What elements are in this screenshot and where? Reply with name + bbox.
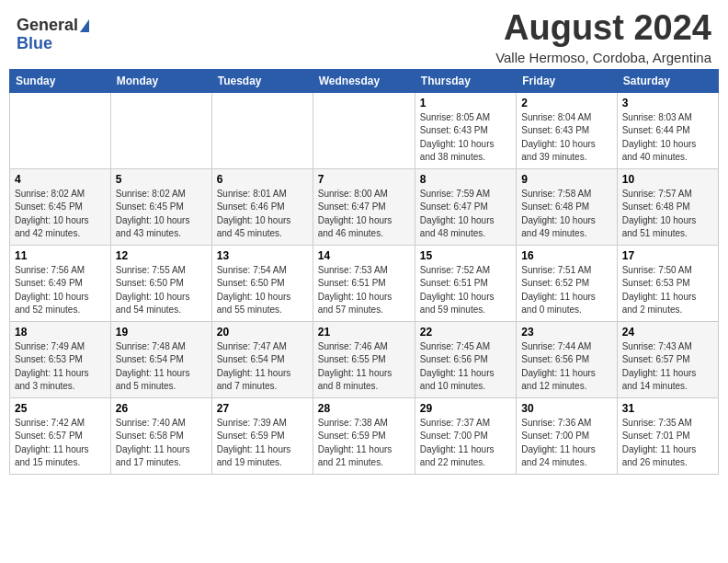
calendar-cell: 28Sunrise: 7:38 AMSunset: 6:59 PMDayligh… <box>313 397 415 474</box>
day-header-wednesday: Wednesday <box>313 69 415 92</box>
day-number: 28 <box>318 402 410 415</box>
day-info: Sunrise: 7:58 AMSunset: 6:48 PMDaylight:… <box>521 188 611 241</box>
day-info: Sunrise: 8:05 AMSunset: 6:43 PMDaylight:… <box>420 111 511 165</box>
day-info: Sunrise: 8:02 AMSunset: 6:45 PMDaylight:… <box>15 188 106 241</box>
day-number: 8 <box>420 173 511 186</box>
calendar-cell <box>10 92 111 168</box>
month-title: August 2024 <box>495 9 711 48</box>
calendar-cell: 30Sunrise: 7:36 AMSunset: 7:00 PMDayligh… <box>517 397 617 474</box>
day-header-thursday: Thursday <box>415 69 516 92</box>
logo: General Blue <box>17 17 89 53</box>
day-number: 10 <box>622 173 713 186</box>
calendar-cell: 7Sunrise: 8:00 AMSunset: 6:47 PMDaylight… <box>313 168 415 245</box>
day-info: Sunrise: 7:46 AMSunset: 6:55 PMDaylight:… <box>318 340 410 394</box>
day-number: 31 <box>622 402 713 415</box>
day-info: Sunrise: 7:59 AMSunset: 6:47 PMDaylight:… <box>420 188 511 241</box>
day-info: Sunrise: 7:50 AMSunset: 6:53 PMDaylight:… <box>622 264 713 317</box>
day-number: 21 <box>318 326 410 339</box>
day-number: 9 <box>521 173 611 186</box>
calendar-cell: 15Sunrise: 7:52 AMSunset: 6:51 PMDayligh… <box>415 245 516 321</box>
day-info: Sunrise: 7:51 AMSunset: 6:52 PMDaylight:… <box>521 264 611 317</box>
day-number: 3 <box>622 97 713 109</box>
logo-general-text: General <box>17 17 78 35</box>
day-info: Sunrise: 7:39 AMSunset: 6:59 PMDaylight:… <box>217 417 308 470</box>
calendar-cell: 26Sunrise: 7:40 AMSunset: 6:58 PMDayligh… <box>110 397 211 474</box>
day-number: 18 <box>15 326 106 339</box>
day-header-tuesday: Tuesday <box>211 69 313 92</box>
calendar-cell: 21Sunrise: 7:46 AMSunset: 6:55 PMDayligh… <box>313 321 415 397</box>
day-header-sunday: Sunday <box>10 69 111 92</box>
day-info: Sunrise: 7:47 AMSunset: 6:54 PMDaylight:… <box>217 340 308 394</box>
day-info: Sunrise: 7:36 AMSunset: 7:00 PMDaylight:… <box>521 417 611 470</box>
day-number: 26 <box>116 402 207 415</box>
day-info: Sunrise: 8:02 AMSunset: 6:45 PMDaylight:… <box>116 188 207 241</box>
day-number: 25 <box>15 402 106 415</box>
day-info: Sunrise: 7:56 AMSunset: 6:49 PMDaylight:… <box>15 264 106 317</box>
day-number: 24 <box>622 326 713 339</box>
calendar-cell: 14Sunrise: 7:53 AMSunset: 6:51 PMDayligh… <box>313 245 415 321</box>
calendar-cell: 29Sunrise: 7:37 AMSunset: 7:00 PMDayligh… <box>415 397 516 474</box>
day-info: Sunrise: 8:03 AMSunset: 6:44 PMDaylight:… <box>622 111 713 165</box>
day-number: 4 <box>15 173 106 186</box>
calendar-cell: 11Sunrise: 7:56 AMSunset: 6:49 PMDayligh… <box>10 245 111 321</box>
day-info: Sunrise: 7:35 AMSunset: 7:01 PMDaylight:… <box>622 417 713 470</box>
day-info: Sunrise: 8:00 AMSunset: 6:47 PMDaylight:… <box>318 188 410 241</box>
day-info: Sunrise: 7:48 AMSunset: 6:54 PMDaylight:… <box>116 340 207 394</box>
calendar-cell: 17Sunrise: 7:50 AMSunset: 6:53 PMDayligh… <box>617 245 718 321</box>
day-info: Sunrise: 7:49 AMSunset: 6:53 PMDaylight:… <box>15 340 106 394</box>
day-number: 1 <box>420 97 511 109</box>
day-number: 29 <box>420 402 511 415</box>
calendar-cell: 5Sunrise: 8:02 AMSunset: 6:45 PMDaylight… <box>110 168 211 245</box>
day-number: 15 <box>420 249 511 262</box>
day-header-saturday: Saturday <box>617 69 718 92</box>
logo-blue-text: Blue <box>17 35 52 53</box>
day-info: Sunrise: 7:42 AMSunset: 6:57 PMDaylight:… <box>15 417 106 470</box>
day-info: Sunrise: 7:55 AMSunset: 6:50 PMDaylight:… <box>116 264 207 317</box>
page-header: General Blue August 2024 Valle Hermoso, … <box>9 9 719 65</box>
calendar-cell: 27Sunrise: 7:39 AMSunset: 6:59 PMDayligh… <box>211 397 313 474</box>
calendar-cell: 6Sunrise: 8:01 AMSunset: 6:46 PMDaylight… <box>211 168 313 245</box>
day-info: Sunrise: 7:44 AMSunset: 6:56 PMDaylight:… <box>521 340 611 394</box>
calendar-cell: 9Sunrise: 7:58 AMSunset: 6:48 PMDaylight… <box>517 168 617 245</box>
calendar-cell: 12Sunrise: 7:55 AMSunset: 6:50 PMDayligh… <box>110 245 211 321</box>
calendar-cell: 25Sunrise: 7:42 AMSunset: 6:57 PMDayligh… <box>10 397 111 474</box>
location-title: Valle Hermoso, Cordoba, Argentina <box>495 50 711 65</box>
day-info: Sunrise: 7:53 AMSunset: 6:51 PMDaylight:… <box>318 264 410 317</box>
calendar-cell: 31Sunrise: 7:35 AMSunset: 7:01 PMDayligh… <box>617 397 718 474</box>
calendar-cell: 10Sunrise: 7:57 AMSunset: 6:48 PMDayligh… <box>617 168 718 245</box>
day-header-monday: Monday <box>110 69 211 92</box>
calendar-cell: 13Sunrise: 7:54 AMSunset: 6:50 PMDayligh… <box>211 245 313 321</box>
calendar-cell: 18Sunrise: 7:49 AMSunset: 6:53 PMDayligh… <box>10 321 111 397</box>
day-number: 5 <box>116 173 207 186</box>
day-info: Sunrise: 8:04 AMSunset: 6:43 PMDaylight:… <box>521 111 611 165</box>
calendar-cell: 3Sunrise: 8:03 AMSunset: 6:44 PMDaylight… <box>617 92 718 168</box>
day-number: 16 <box>521 249 611 262</box>
day-number: 19 <box>116 326 207 339</box>
day-number: 30 <box>521 402 611 415</box>
calendar-cell: 4Sunrise: 8:02 AMSunset: 6:45 PMDaylight… <box>10 168 111 245</box>
day-number: 11 <box>15 249 106 262</box>
logo-triangle-icon <box>80 19 89 32</box>
day-number: 23 <box>521 326 611 339</box>
day-info: Sunrise: 7:43 AMSunset: 6:57 PMDaylight:… <box>622 340 713 394</box>
calendar-cell: 20Sunrise: 7:47 AMSunset: 6:54 PMDayligh… <box>211 321 313 397</box>
day-number: 6 <box>217 173 308 186</box>
day-number: 14 <box>318 249 410 262</box>
day-number: 12 <box>116 249 207 262</box>
calendar-cell: 2Sunrise: 8:04 AMSunset: 6:43 PMDaylight… <box>517 92 617 168</box>
calendar-cell: 23Sunrise: 7:44 AMSunset: 6:56 PMDayligh… <box>517 321 617 397</box>
calendar-table: SundayMondayTuesdayWednesdayThursdayFrid… <box>9 69 719 475</box>
calendar-cell: 24Sunrise: 7:43 AMSunset: 6:57 PMDayligh… <box>617 321 718 397</box>
day-number: 13 <box>217 249 308 262</box>
day-header-friday: Friday <box>517 69 617 92</box>
day-number: 17 <box>622 249 713 262</box>
calendar-cell <box>313 92 415 168</box>
calendar-cell: 16Sunrise: 7:51 AMSunset: 6:52 PMDayligh… <box>517 245 617 321</box>
day-info: Sunrise: 7:40 AMSunset: 6:58 PMDaylight:… <box>116 417 207 470</box>
day-info: Sunrise: 7:37 AMSunset: 7:00 PMDaylight:… <box>420 417 511 470</box>
calendar-cell: 19Sunrise: 7:48 AMSunset: 6:54 PMDayligh… <box>110 321 211 397</box>
calendar-cell: 8Sunrise: 7:59 AMSunset: 6:47 PMDaylight… <box>415 168 516 245</box>
day-info: Sunrise: 7:45 AMSunset: 6:56 PMDaylight:… <box>420 340 511 394</box>
day-number: 27 <box>217 402 308 415</box>
day-info: Sunrise: 7:38 AMSunset: 6:59 PMDaylight:… <box>318 417 410 470</box>
